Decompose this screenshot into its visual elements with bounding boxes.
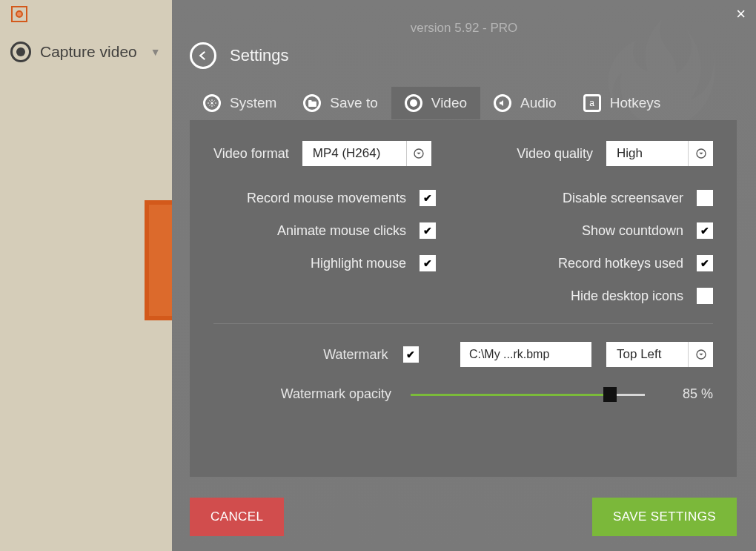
- save-settings-button[interactable]: SAVE SETTINGS: [592, 498, 737, 536]
- tab-label: Hotkeys: [610, 95, 661, 111]
- gear-icon: [203, 94, 221, 112]
- checkbox[interactable]: ✔: [420, 255, 436, 271]
- checkbox-label: Show countdown: [582, 223, 683, 239]
- capture-mode-selector[interactable]: Capture video ▼: [10, 42, 161, 62]
- page-title: Settings: [230, 46, 289, 65]
- checkbox-label: Hide desktop icons: [571, 288, 683, 304]
- checkbox-row: Record hotkeys used✔: [465, 255, 713, 271]
- video-quality-label: Video quality: [517, 146, 593, 162]
- svg-point-0: [211, 102, 213, 105]
- tab-system[interactable]: System: [190, 87, 290, 119]
- back-button[interactable]: [190, 42, 216, 69]
- version-label: version 5.92 - PRO: [172, 21, 756, 36]
- checkbox-label: Record mouse movements: [247, 191, 406, 206]
- tab-video[interactable]: Video: [391, 87, 480, 119]
- checkbox[interactable]: [697, 190, 713, 206]
- tab-hotkeys[interactable]: a Hotkeys: [570, 87, 674, 119]
- checkbox-label: Highlight mouse: [311, 256, 406, 271]
- tab-audio[interactable]: Audio: [480, 87, 570, 119]
- watermark-path-input[interactable]: C:\My ...rk.bmp: [460, 342, 591, 367]
- audio-icon: [494, 94, 511, 112]
- checkbox[interactable]: ✔: [697, 222, 713, 239]
- opacity-label: Watermark opacity: [213, 386, 391, 402]
- close-button[interactable]: ×: [736, 4, 746, 24]
- checkbox-row: Show countdown✔: [465, 222, 713, 239]
- checkbox-row: Animate mouse clicks✔: [213, 222, 436, 239]
- record-icon: [10, 42, 31, 62]
- tab-saveto[interactable]: Save to: [290, 87, 391, 119]
- tab-label: Video: [431, 95, 467, 111]
- checkbox[interactable]: ✔: [420, 222, 436, 239]
- video-quality-select[interactable]: High: [606, 141, 713, 166]
- chevron-down-icon: [406, 141, 431, 166]
- sidebar: Capture video ▼: [0, 0, 172, 551]
- tab-label: Audio: [520, 95, 557, 111]
- watermark-checkbox[interactable]: ✔: [403, 346, 420, 363]
- checkbox-label: Record hotkeys used: [558, 256, 683, 271]
- checkbox-row: Highlight mouse✔: [213, 255, 436, 271]
- capture-label: Capture video: [40, 43, 137, 61]
- tab-bar: System Save to Video Audio a Hotkeys: [190, 87, 674, 119]
- app-icon: [11, 6, 27, 22]
- select-value: MP4 (H264): [302, 146, 406, 161]
- video-icon: [405, 94, 422, 112]
- checkbox[interactable]: [697, 288, 713, 304]
- watermark-position-select[interactable]: Top Left: [606, 342, 713, 367]
- tab-label: System: [230, 95, 276, 111]
- folder-icon: [303, 94, 321, 112]
- divider: [213, 323, 713, 324]
- hotkeys-icon: a: [583, 94, 601, 112]
- opacity-slider[interactable]: [411, 391, 645, 398]
- opacity-value: 85 %: [664, 386, 713, 402]
- select-value: Top Left: [606, 347, 688, 362]
- watermark-label: Watermark: [213, 347, 388, 363]
- svg-rect-2: [308, 100, 312, 102]
- checkbox-row: Record mouse movements✔: [213, 190, 436, 206]
- cancel-button[interactable]: CANCEL: [190, 498, 284, 536]
- select-value: High: [606, 146, 688, 161]
- checkbox-row: Disable screensaver: [465, 190, 713, 206]
- checkbox[interactable]: ✔: [420, 190, 436, 206]
- settings-panel: version 5.92 - PRO × Settings System Sav…: [172, 0, 756, 551]
- video-format-select[interactable]: MP4 (H264): [302, 141, 431, 166]
- checkbox-label: Animate mouse clicks: [277, 223, 406, 239]
- svg-rect-1: [308, 101, 316, 106]
- video-format-label: Video format: [213, 146, 289, 162]
- chevron-down-icon: [688, 342, 713, 367]
- checkbox-row: Hide desktop icons: [465, 288, 713, 304]
- tab-label: Save to: [330, 95, 377, 111]
- chevron-down-icon: [688, 141, 713, 166]
- checkbox-label: Disable screensaver: [563, 191, 683, 206]
- checkbox[interactable]: ✔: [697, 255, 713, 271]
- video-settings-panel: Video format MP4 (H264) Video quality Hi…: [190, 120, 737, 477]
- chevron-down-icon: ▼: [150, 46, 161, 58]
